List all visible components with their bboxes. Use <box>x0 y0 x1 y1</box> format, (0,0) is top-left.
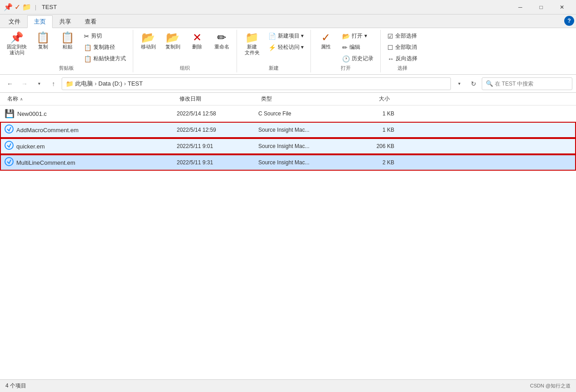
file-name-label: New0001.c <box>17 110 47 117</box>
refresh-button[interactable]: ↻ <box>467 77 480 90</box>
search-box: 🔍 <box>482 77 572 90</box>
open-label: 打开 <box>315 64 377 72</box>
address-computer[interactable]: 此电脑 <box>75 80 93 88</box>
file-name-label: AddMacroComment.em <box>16 127 78 134</box>
select-buttons: ☑ 全部选择 ☐ 全部取消 ↔ 反向选择 <box>384 30 421 64</box>
move-to-icon: 📂 <box>141 32 155 43</box>
address-folder[interactable]: TEST <box>128 80 143 87</box>
delete-button[interactable]: ✕ 删除 <box>186 30 208 52</box>
file-type-icon <box>5 124 14 136</box>
file-cell-name: quicker.em <box>5 141 177 152</box>
svg-point-1 <box>5 141 13 149</box>
svg-point-0 <box>5 125 13 133</box>
select-all-button[interactable]: ☑ 全部选择 <box>384 31 421 41</box>
table-row[interactable]: quicker.em 2022/5/11 9:01 Source Insight… <box>0 138 576 154</box>
check-icon: ✓ <box>15 3 20 11</box>
file-type-icon <box>5 157 14 168</box>
properties-icon: ✓ <box>321 32 330 43</box>
open-small-buttons: 📂 打开 ▾ ✏ 编辑 🕐 历史记录 <box>339 30 377 64</box>
column-header-size[interactable]: 大小 <box>348 93 393 105</box>
file-cell-name: 💾 New0001.c <box>5 109 177 119</box>
select-none-button[interactable]: ☐ 全部取消 <box>384 42 421 53</box>
new-item-button[interactable]: 📄 新建项目 ▾ <box>265 31 307 41</box>
tab-home[interactable]: 主页 <box>27 15 53 28</box>
new-small-buttons: 📄 新建项目 ▾ ⚡ 轻松访问 ▾ <box>265 30 307 53</box>
clipboard-buttons: 📌 固定到快速访问 📋 复制 📋 粘贴 ✂ 剪切 📋 复制路径 <box>4 30 129 64</box>
paste-shortcut-icon: 📋 <box>84 55 92 62</box>
copy-path-button[interactable]: 📋 复制路径 <box>81 42 129 53</box>
tab-share[interactable]: 共享 <box>53 15 78 28</box>
file-cell-type: C Source File <box>258 110 349 117</box>
select-small-buttons: ☑ 全部选择 ☐ 全部取消 ↔ 反向选择 <box>384 30 421 64</box>
search-icon: 🔍 <box>486 80 493 87</box>
tab-file[interactable]: 文件 <box>2 15 27 28</box>
move-to-button[interactable]: 📂 移动到 <box>137 30 160 52</box>
help-button[interactable]: ? <box>564 16 574 26</box>
copy-to-button[interactable]: 📂 复制到 <box>161 30 184 52</box>
folder-icon: 📁 <box>22 3 31 11</box>
paste-shortcut-button[interactable]: 📋 粘贴快捷方式 <box>81 53 129 64</box>
column-header-name[interactable]: 名称 ∧ <box>4 93 176 105</box>
new-label: 新建 <box>241 64 307 72</box>
paste-icon: 📋 <box>61 32 74 43</box>
file-cell-type: Source Insight Mac... <box>258 143 349 149</box>
paste-button[interactable]: 📋 粘贴 <box>56 30 79 52</box>
file-cell-name: AddMacroComment.em <box>5 124 177 136</box>
file-type-icon <box>5 141 14 152</box>
history-button[interactable]: 🕐 历史记录 <box>339 53 377 64</box>
maximize-button[interactable]: □ <box>531 0 552 14</box>
column-header-date[interactable]: 修改日期 <box>176 93 257 105</box>
select-label: 选择 <box>384 64 421 72</box>
tab-view[interactable]: 查看 <box>78 15 103 28</box>
copy-icon: 📋 <box>36 32 50 43</box>
file-type-icon: 💾 <box>5 109 15 119</box>
cut-button[interactable]: ✂ 剪切 <box>81 31 129 41</box>
pin-to-quick-access-button[interactable]: 📌 固定到快速访问 <box>4 30 30 58</box>
select-all-icon: ☑ <box>387 33 393 40</box>
file-list-area: 名称 ∧ 修改日期 类型 大小 💾 New0001.c 2022/5/14 12… <box>0 93 576 385</box>
back-button[interactable]: ← <box>4 77 16 90</box>
table-row[interactable]: AddMacroComment.em 2022/5/14 12:59 Sourc… <box>0 122 576 138</box>
new-folder-icon: 📁 <box>245 32 259 43</box>
address-dropdown-button[interactable]: ▾ <box>453 77 465 90</box>
table-row[interactable]: MultiLineComment.em 2022/5/11 9:31 Sourc… <box>0 154 576 171</box>
rename-button[interactable]: ✏ 重命名 <box>210 30 233 52</box>
pin-icon: 📌 <box>4 3 13 11</box>
open-button[interactable]: 📂 打开 ▾ <box>339 31 377 41</box>
properties-button[interactable]: ✓ 属性 <box>315 30 337 52</box>
new-item-icon: 📄 <box>268 33 276 40</box>
close-button[interactable]: ✕ <box>552 0 572 14</box>
copy-to-icon: 📂 <box>166 32 179 43</box>
address-bar: 📁 此电脑 › Data (D:) › TEST <box>62 77 451 90</box>
invert-select-button[interactable]: ↔ 反向选择 <box>384 53 421 64</box>
minimize-button[interactable]: ─ <box>510 0 531 14</box>
up-button[interactable]: ↑ <box>47 77 60 90</box>
easy-access-icon: ⚡ <box>268 44 276 51</box>
sort-arrow-icon: ∧ <box>20 97 23 101</box>
ribbon-group-open: ✓ 属性 📂 打开 ▾ ✏ 编辑 🕐 历史记录 打开 <box>311 30 381 72</box>
copy-path-icon: 📋 <box>84 44 92 51</box>
window-title: TEST <box>42 4 57 10</box>
svg-point-2 <box>5 158 13 166</box>
column-header-type[interactable]: 类型 <box>257 93 348 105</box>
open-icon: 📂 <box>342 33 350 40</box>
new-folder-button[interactable]: 📁 新建文件夹 <box>241 30 263 58</box>
nav-bar: ← → ▾ ↑ 📁 此电脑 › Data (D:) › TEST ▾ ↻ 🔍 <box>0 75 576 93</box>
recent-locations-button[interactable]: ▾ <box>33 77 45 90</box>
search-input[interactable] <box>495 81 568 87</box>
address-drive[interactable]: Data (D:) <box>98 80 122 87</box>
ribbon-group-select: ☑ 全部选择 ☐ 全部取消 ↔ 反向选择 选择 <box>381 30 424 72</box>
select-none-icon: ☐ <box>387 44 393 51</box>
table-row[interactable]: 💾 New0001.c 2022/5/14 12:58 C Source Fil… <box>0 105 576 122</box>
file-cell-date: 2022/5/11 9:01 <box>177 143 258 149</box>
rename-icon: ✏ <box>217 32 226 43</box>
forward-button[interactable]: → <box>18 77 31 90</box>
easy-access-button[interactable]: ⚡ 轻松访问 ▾ <box>265 42 307 53</box>
edit-button[interactable]: ✏ 编辑 <box>339 42 377 53</box>
watermark: CSDN @知行之道 <box>530 382 571 389</box>
file-cell-size: 2 KB <box>349 159 394 166</box>
status-item-count: 4 个项目 <box>5 382 26 390</box>
status-bar: 4 个项目 CSDN @知行之道 <box>0 379 576 392</box>
copy-button[interactable]: 📋 复制 <box>32 30 54 52</box>
file-cell-type: Source Insight Mac... <box>258 159 349 166</box>
